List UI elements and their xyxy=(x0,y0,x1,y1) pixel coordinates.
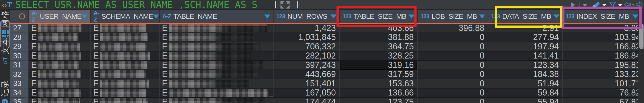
table-row[interactable]: 31 E E E 397,243 319.16 0 123.34 195.81 xyxy=(10,61,644,70)
cell-data-size[interactable]: 184.38 xyxy=(488,70,563,79)
row-number[interactable]: 35 xyxy=(10,98,29,103)
cell-data-size[interactable]: 55.94 xyxy=(488,98,563,103)
cell-index-size[interactable]: 101.71 xyxy=(563,79,644,88)
cell-index-size[interactable]: 103.94 xyxy=(563,33,644,42)
censored-blur xyxy=(100,42,146,50)
column-header-lob-size-mb[interactable]: 123 LOB_SIZE_MB xyxy=(418,10,488,23)
cell-text: E xyxy=(93,52,99,60)
focused-cell[interactable]: 319.16 xyxy=(340,61,418,70)
cell-index-size[interactable]: 186.84 xyxy=(563,52,644,60)
cell-text: E xyxy=(93,88,99,98)
table-row[interactable]: 32 E E E 443,669 317.59 0 184.38 133.23 xyxy=(10,70,644,79)
row-number[interactable]: 32 xyxy=(10,70,29,79)
filter-dropdown-icon[interactable] xyxy=(618,4,622,6)
annotation-box-yellow-data-size-mb xyxy=(495,6,562,28)
column-dropdown-icon[interactable] xyxy=(479,14,485,18)
cell-table-size[interactable]: 381.88 xyxy=(340,33,418,42)
row-number[interactable]: 30 xyxy=(10,52,29,61)
cell-index-size[interactable]: 166.82 xyxy=(563,42,644,51)
column-dropdown-icon[interactable] xyxy=(82,14,88,18)
censored-blur xyxy=(100,33,148,41)
cell-table-size[interactable]: 123.75 xyxy=(340,98,418,103)
row-number[interactable]: 33 xyxy=(10,79,29,88)
column-dropdown-icon[interactable] xyxy=(264,14,270,18)
cell-table-size[interactable]: 153.63 xyxy=(340,79,418,88)
row-number[interactable]: 34 xyxy=(10,88,29,98)
eraser-dropdown-icon[interactable] xyxy=(602,4,606,6)
cell-data-size[interactable]: 141.41 xyxy=(488,52,563,60)
cell-num-rows[interactable]: 1,423 xyxy=(274,24,340,32)
table-row[interactable]: 33 E E E 151,401 153.63 0 51.94 101.71 xyxy=(10,79,644,88)
cell-lob-size[interactable]: 0 xyxy=(418,33,488,42)
cell-text: E xyxy=(93,70,99,79)
cell-num-rows[interactable]: 167,050 xyxy=(274,88,340,98)
censored-blur xyxy=(169,89,268,97)
column-header-user-name[interactable]: A-Z USER_NAME xyxy=(29,10,91,23)
censored-blur xyxy=(38,33,78,41)
select-all-corner-cell[interactable] xyxy=(10,10,29,23)
cell-table-size[interactable]: 328.25 xyxy=(340,52,418,60)
censored-blur xyxy=(169,61,263,69)
cell-lob-size[interactable]: 0 xyxy=(418,70,488,79)
cell-num-rows[interactable]: 443,669 xyxy=(274,70,340,79)
cell-data-size[interactable]: 123.34 xyxy=(488,61,563,70)
sql-statement-chip[interactable]: ‹›T SELECT USR.NAME AS USER_NAME ,SCH.NA… xyxy=(0,0,277,9)
cell-table-size[interactable]: 364.75 xyxy=(340,42,418,51)
column-header-table-name[interactable]: A-Z TABLE_NAME xyxy=(160,10,274,23)
cell-text: E xyxy=(93,33,99,42)
cell-lob-size[interactable]: 0 xyxy=(418,52,488,60)
cell-table-size[interactable]: 317.59 xyxy=(340,70,418,79)
annotation-box-red-table-size-mb xyxy=(336,6,416,27)
cell-index-size[interactable]: 67.82 xyxy=(563,98,644,103)
cell-text: E xyxy=(93,24,99,32)
column-header-schema-name[interactable]: A-Z SCHEMA_NAME xyxy=(91,10,160,23)
cell-lob-size[interactable]: 0 xyxy=(418,88,488,98)
cell-index-size[interactable]: 76.82 xyxy=(563,88,644,98)
column-header-num-rows[interactable]: 123 NUM_ROWS xyxy=(274,10,340,23)
cell-num-rows[interactable]: 1,031,845 xyxy=(274,33,340,42)
sidebar-tab-label: 文本 xyxy=(0,38,10,54)
censored-blur xyxy=(100,24,146,32)
cell-num-rows[interactable]: 151,401 xyxy=(274,79,340,88)
cell-index-size[interactable]: 195.81 xyxy=(563,61,644,70)
censored-blur xyxy=(100,98,148,103)
cell-text: E xyxy=(31,24,37,32)
censored-blur xyxy=(169,52,251,60)
expand-panel-icon[interactable] xyxy=(280,1,290,9)
table-row[interactable]: 28 E E E 1,031,845 381.88 0 277.94 103.9… xyxy=(10,33,644,42)
cell-text: E xyxy=(162,98,168,103)
cell-num-rows[interactable]: 282,102 xyxy=(274,52,340,60)
censored-blur xyxy=(38,24,82,32)
cell-data-size[interactable]: 277.94 xyxy=(488,33,563,42)
cell-lob-size[interactable]: 396.88 xyxy=(418,24,488,32)
row-number[interactable]: 29 xyxy=(10,42,29,52)
cell-data-size[interactable]: 197.94 xyxy=(488,42,563,51)
cell-data-size[interactable]: 51.94 xyxy=(488,79,563,88)
column-dropdown-icon[interactable] xyxy=(330,14,336,18)
table-row[interactable]: 30 E E E 282,102 328.25 0 141.41 186.84 xyxy=(10,52,644,61)
column-dropdown-icon[interactable] xyxy=(153,14,159,18)
row-number[interactable]: 31 xyxy=(10,61,29,70)
cell-data-size[interactable]: 59.84 xyxy=(488,88,563,98)
cell-num-rows[interactable]: 174,474 xyxy=(274,98,340,103)
censored-blur xyxy=(38,52,81,60)
sidebar-tab-label: 网格 xyxy=(0,10,10,27)
table-row[interactable]: 35 E E E 174,474 123.75 0 55.94 67.82 xyxy=(10,98,644,103)
cell-lob-size[interactable]: 0 xyxy=(418,61,488,70)
cell-text: E xyxy=(31,79,37,88)
row-number[interactable]: 27 xyxy=(10,24,29,33)
cell-num-rows[interactable]: 397,243 xyxy=(274,61,340,70)
cell-lob-size[interactable]: 0 xyxy=(418,98,488,103)
annotation-box-purple-index-size-mb xyxy=(562,6,642,29)
cell-lob-size[interactable]: 0 xyxy=(418,79,488,88)
row-number[interactable]: 28 xyxy=(10,33,29,42)
table-row[interactable]: 34 E E E_B 167,050 136.66 0 59.84 76.82 xyxy=(10,88,644,98)
cell-table-size[interactable]: 136.66 xyxy=(340,88,418,98)
censored-blur xyxy=(38,42,80,50)
column-label: TABLE_NAME xyxy=(174,12,217,20)
cell-index-size[interactable]: 133.23 xyxy=(563,70,644,79)
cell-num-rows[interactable]: 706,332 xyxy=(274,42,340,51)
cell-lob-size[interactable]: 0 xyxy=(418,42,488,51)
table-row[interactable]: 29 E E E 706,332 364.75 0 197.94 166.82 xyxy=(10,42,644,52)
back-dropdown-icon[interactable] xyxy=(631,4,635,6)
